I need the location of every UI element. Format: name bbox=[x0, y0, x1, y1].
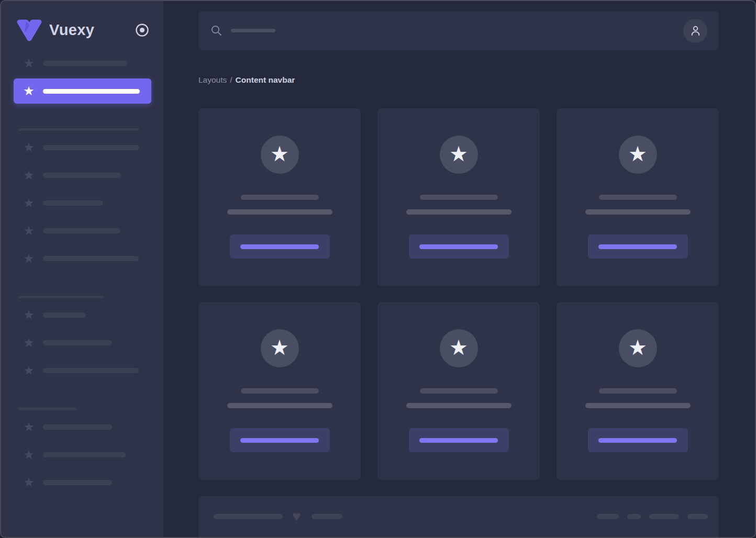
sidebar-item-label-skeleton bbox=[43, 452, 126, 457]
card-action-button[interactable] bbox=[409, 428, 509, 452]
card-text-skeleton bbox=[585, 403, 691, 408]
star-icon: ★ bbox=[22, 169, 36, 182]
card-action-button[interactable] bbox=[230, 428, 330, 452]
search-input[interactable] bbox=[211, 25, 683, 36]
card-title-skeleton bbox=[241, 195, 319, 200]
star-icon: ★ bbox=[270, 337, 289, 358]
sidebar-item[interactable]: ★ bbox=[1, 442, 163, 467]
breadcrumb-separator: / bbox=[230, 75, 232, 85]
sidebar-item-label-skeleton bbox=[43, 145, 139, 150]
sidebar-item[interactable]: ★ bbox=[1, 51, 163, 76]
content-card: ★ bbox=[377, 302, 540, 480]
sidebar: Vuexy ★★★★★★★★★★★★★ bbox=[1, 1, 163, 537]
footer-link-skeleton bbox=[649, 514, 679, 519]
card-action-button[interactable] bbox=[409, 234, 509, 259]
sidebar-item[interactable]: ★ bbox=[1, 246, 163, 271]
sidebar-item[interactable]: ★ bbox=[1, 414, 163, 440]
sidebar-item-label-skeleton bbox=[43, 340, 112, 345]
footer-link-skeleton bbox=[597, 514, 619, 519]
card-title-skeleton bbox=[599, 388, 677, 394]
star-icon: ★ bbox=[22, 141, 36, 154]
button-label-skeleton bbox=[419, 438, 498, 443]
button-label-skeleton bbox=[598, 438, 677, 443]
card-action-button[interactable] bbox=[588, 428, 688, 452]
breadcrumb-link[interactable]: Layouts bbox=[198, 75, 227, 85]
sidebar-item-label-skeleton bbox=[43, 312, 86, 318]
footer-right bbox=[597, 514, 708, 519]
content-card: ★ bbox=[198, 108, 361, 286]
button-label-skeleton bbox=[419, 244, 498, 249]
card-text-skeleton bbox=[227, 403, 332, 408]
star-icon: ★ bbox=[449, 143, 468, 164]
sidebar-item-label-skeleton bbox=[43, 424, 112, 430]
star-icon: ★ bbox=[22, 57, 36, 70]
sidebar-item[interactable]: ★ bbox=[14, 79, 151, 104]
main-content: Layouts / Content navbar ★★★★★★ ♥ bbox=[163, 1, 755, 537]
nav-section-header-skeleton bbox=[18, 128, 139, 131]
footer-link-skeleton bbox=[687, 514, 708, 519]
sidebar-item[interactable]: ★ bbox=[1, 218, 163, 243]
card-action-button[interactable] bbox=[230, 234, 330, 259]
sidebar-item-label-skeleton bbox=[43, 61, 128, 66]
card-avatar: ★ bbox=[261, 329, 299, 367]
star-icon: ★ bbox=[22, 252, 36, 265]
sidebar-item-label-skeleton bbox=[43, 228, 120, 233]
user-avatar-button[interactable] bbox=[683, 19, 707, 43]
sidebar-item-label-skeleton bbox=[43, 200, 103, 206]
cards-grid: ★★★★★★ bbox=[198, 108, 719, 480]
breadcrumb: Layouts / Content navbar bbox=[198, 75, 719, 85]
sidebar-item[interactable]: ★ bbox=[1, 470, 163, 495]
heart-icon: ♥ bbox=[292, 509, 301, 524]
button-label-skeleton bbox=[240, 244, 319, 249]
card-avatar: ★ bbox=[261, 136, 299, 174]
card-text-skeleton bbox=[227, 209, 332, 215]
card-text-skeleton bbox=[406, 403, 512, 408]
star-icon: ★ bbox=[628, 143, 647, 164]
sidebar-item[interactable]: ★ bbox=[1, 358, 163, 383]
person-icon bbox=[690, 25, 702, 37]
star-icon: ★ bbox=[270, 143, 289, 164]
nav-section-header-skeleton bbox=[18, 408, 77, 410]
app-frame: Vuexy ★★★★★★★★★★★★★ bbox=[0, 0, 756, 538]
sidebar-nav: ★★★★★★★★★★★★★ bbox=[1, 51, 163, 495]
content-card: ★ bbox=[557, 108, 719, 286]
nav-section-header-skeleton bbox=[18, 296, 104, 298]
search-placeholder-skeleton bbox=[231, 29, 275, 32]
card-avatar: ★ bbox=[619, 329, 657, 367]
sidebar-item[interactable]: ★ bbox=[1, 330, 163, 355]
sidebar-header: Vuexy bbox=[1, 1, 163, 51]
content-card: ★ bbox=[198, 302, 361, 480]
star-icon: ★ bbox=[22, 476, 36, 489]
card-text-skeleton bbox=[585, 209, 691, 215]
card-action-button[interactable] bbox=[588, 234, 688, 259]
card-title-skeleton bbox=[241, 388, 319, 394]
footer-text-skeleton bbox=[312, 514, 342, 519]
star-icon: ★ bbox=[22, 364, 36, 377]
card-title-skeleton bbox=[599, 195, 677, 200]
button-label-skeleton bbox=[240, 438, 319, 443]
star-icon: ★ bbox=[628, 337, 647, 358]
star-icon: ★ bbox=[22, 225, 36, 237]
sidebar-item[interactable]: ★ bbox=[1, 190, 163, 216]
sidebar-item-label-skeleton bbox=[43, 256, 139, 261]
sidebar-item-label-skeleton bbox=[43, 480, 112, 485]
sidebar-item-label-skeleton bbox=[43, 89, 140, 94]
card-text-skeleton bbox=[406, 209, 512, 215]
star-icon: ★ bbox=[22, 309, 36, 321]
footer-link-skeleton bbox=[627, 514, 641, 519]
footer-card: ♥ bbox=[198, 496, 719, 537]
sidebar-item[interactable]: ★ bbox=[1, 302, 163, 328]
card-title-skeleton bbox=[420, 195, 498, 200]
sidebar-item[interactable]: ★ bbox=[1, 163, 163, 188]
search-icon bbox=[211, 25, 222, 36]
breadcrumb-current: Content navbar bbox=[236, 75, 295, 85]
star-icon: ★ bbox=[449, 337, 468, 358]
button-label-skeleton bbox=[598, 244, 677, 249]
sidebar-item[interactable]: ★ bbox=[1, 135, 163, 160]
content-navbar bbox=[198, 11, 719, 50]
star-icon: ★ bbox=[22, 421, 36, 433]
record-circle-icon[interactable] bbox=[135, 23, 149, 37]
card-avatar: ★ bbox=[440, 136, 478, 174]
vuexy-logo-icon bbox=[16, 19, 42, 42]
star-icon: ★ bbox=[22, 197, 36, 209]
